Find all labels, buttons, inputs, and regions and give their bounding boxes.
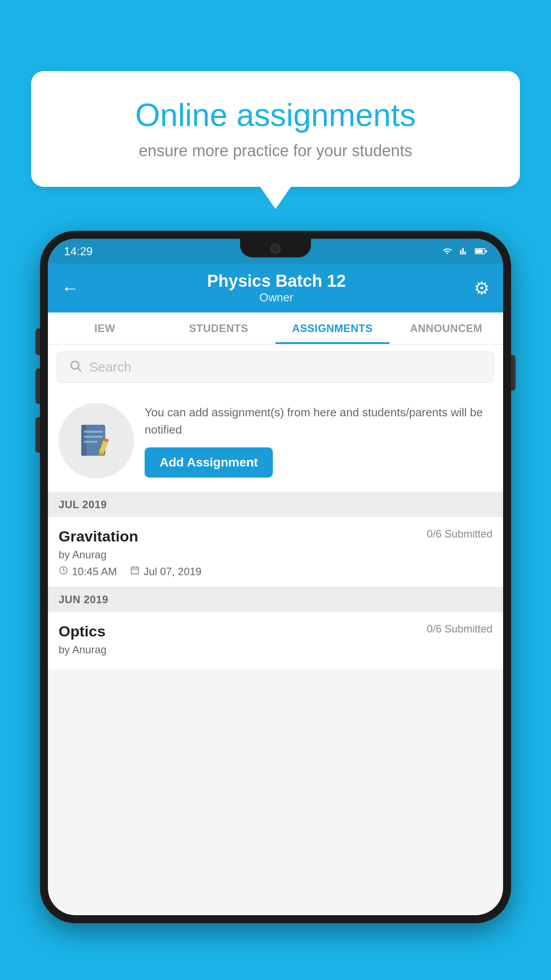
phone-camera: [270, 243, 281, 254]
assignment-submitted-optics: 0/6 Submitted: [427, 623, 492, 635]
svg-line-4: [78, 368, 81, 371]
settings-icon[interactable]: ⚙: [474, 278, 490, 298]
header-center: Physics Batch 12 Owner: [207, 272, 346, 304]
promo-icon-circle: [59, 403, 134, 478]
speech-bubble-title: Online assignments: [62, 98, 489, 133]
assignment-by: by Anurag: [59, 549, 492, 561]
assignment-time: 10:45 AM: [59, 565, 117, 578]
phone-screen: 14:29 ←: [48, 239, 503, 915]
header-subtitle: Owner: [207, 291, 346, 304]
phone-container: 14:29 ←: [40, 231, 511, 980]
promo-text: You can add assignment(s) from here and …: [145, 404, 492, 439]
promo-right: You can add assignment(s) from here and …: [145, 404, 492, 478]
assignment-name: Gravitation: [59, 528, 138, 545]
app-header: ← Physics Batch 12 Owner ⚙: [48, 264, 503, 312]
power-button: [35, 328, 40, 355]
svg-rect-8: [84, 436, 103, 438]
phone-notch: [240, 239, 311, 257]
clock-icon: [59, 565, 68, 578]
header-title: Physics Batch 12: [207, 272, 346, 291]
tab-iew[interactable]: IEW: [48, 312, 162, 344]
assignment-date: Jul 07, 2019: [130, 565, 201, 578]
search-icon: [69, 359, 82, 375]
tab-announcements[interactable]: ANNOUNCEM: [390, 312, 504, 344]
assignment-by-optics: by Anurag: [59, 644, 492, 656]
assignment-top-row-optics: Optics 0/6 Submitted: [59, 623, 492, 640]
assignment-top-row: Gravitation 0/6 Submitted: [59, 528, 492, 545]
assignment-submitted: 0/6 Submitted: [427, 528, 492, 540]
add-assignment-button[interactable]: Add Assignment: [145, 447, 273, 478]
speech-bubble-container: Online assignments ensure more practice …: [31, 71, 520, 187]
section-header-jun-2019: JUN 2019: [48, 587, 503, 612]
status-icons: [441, 247, 487, 256]
section-header-jul-2019: JUL 2019: [48, 492, 503, 517]
speech-bubble-subtitle: ensure more practice for your students: [62, 142, 489, 160]
svg-rect-9: [84, 441, 98, 443]
svg-rect-7: [84, 431, 103, 433]
search-bar[interactable]: Search: [57, 352, 494, 383]
back-button[interactable]: ←: [61, 278, 79, 298]
calendar-icon: [130, 565, 140, 578]
search-container: Search: [48, 344, 503, 390]
assignment-name-optics: Optics: [59, 623, 106, 640]
status-time: 14:29: [64, 245, 93, 258]
svg-rect-1: [476, 249, 483, 253]
tab-students[interactable]: STUDENTS: [162, 312, 276, 344]
assignment-item-gravitation[interactable]: Gravitation 0/6 Submitted by Anurag 10:4…: [48, 517, 503, 587]
svg-rect-6: [81, 425, 86, 456]
phone-outer: 14:29 ←: [40, 231, 511, 923]
svg-rect-2: [486, 250, 488, 253]
tab-assignments[interactable]: ASSIGNMENTS: [276, 312, 390, 344]
assignment-meta: 10:45 AM Jul 07, 2019: [59, 565, 492, 578]
assignment-item-optics[interactable]: Optics 0/6 Submitted by Anurag: [48, 612, 503, 670]
svg-point-3: [71, 361, 79, 369]
notebook-icon: [76, 421, 116, 461]
battery-icon: [475, 247, 487, 256]
volume-button-right: [511, 355, 516, 391]
signal-icon: [458, 247, 470, 256]
search-input-placeholder: Search: [89, 360, 131, 375]
svg-rect-14: [131, 567, 139, 574]
volume-down-button: [35, 417, 40, 453]
wifi-icon: [441, 247, 453, 256]
promo-section: You can add assignment(s) from here and …: [48, 390, 503, 492]
tabs-bar: IEW STUDENTS ASSIGNMENTS ANNOUNCEM: [48, 312, 503, 344]
volume-up-button: [35, 368, 40, 404]
speech-bubble: Online assignments ensure more practice …: [31, 71, 520, 187]
